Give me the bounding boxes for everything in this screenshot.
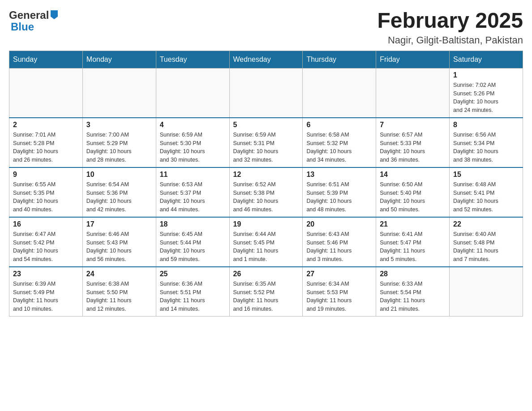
day-info: Sunrise: 6:46 AMSunset: 5:43 PMDaylight:… xyxy=(86,230,152,264)
calendar-week-row: 23Sunrise: 6:39 AMSunset: 5:49 PMDayligh… xyxy=(9,267,523,317)
table-row: 17Sunrise: 6:46 AMSunset: 5:43 PMDayligh… xyxy=(82,217,156,267)
logo-flag-icon xyxy=(50,10,59,20)
day-number: 12 xyxy=(233,171,299,179)
day-info: Sunrise: 6:58 AMSunset: 5:32 PMDaylight:… xyxy=(306,131,372,164)
day-info: Sunrise: 6:34 AMSunset: 5:53 PMDaylight:… xyxy=(306,280,372,313)
table-row: 14Sunrise: 6:50 AMSunset: 5:40 PMDayligh… xyxy=(376,167,450,217)
day-info: Sunrise: 6:41 AMSunset: 5:47 PMDaylight:… xyxy=(380,230,446,264)
svg-marker-0 xyxy=(51,10,58,19)
day-info: Sunrise: 6:48 AMSunset: 5:41 PMDaylight:… xyxy=(453,180,519,214)
day-number: 18 xyxy=(160,220,226,228)
day-info: Sunrise: 6:39 AMSunset: 5:49 PMDaylight:… xyxy=(13,280,79,313)
logo: General Blue xyxy=(9,9,59,33)
day-number: 26 xyxy=(233,270,299,278)
location-subtitle: Nagir, Gilgit-Baltistan, Pakistan xyxy=(377,34,523,46)
header-tuesday: Tuesday xyxy=(156,51,229,68)
table-row: 9Sunrise: 6:55 AMSunset: 5:35 PMDaylight… xyxy=(9,167,83,217)
table-row: 15Sunrise: 6:48 AMSunset: 5:41 PMDayligh… xyxy=(450,167,523,217)
day-number: 22 xyxy=(453,220,519,228)
table-row xyxy=(156,68,229,118)
day-number: 8 xyxy=(453,121,519,129)
day-info: Sunrise: 6:43 AMSunset: 5:46 PMDaylight:… xyxy=(306,230,372,264)
logo-text-general: General xyxy=(9,9,49,21)
day-info: Sunrise: 6:45 AMSunset: 5:44 PMDaylight:… xyxy=(160,230,226,264)
day-info: Sunrise: 6:44 AMSunset: 5:45 PMDaylight:… xyxy=(233,230,299,264)
day-number: 9 xyxy=(13,171,79,179)
day-info: Sunrise: 6:59 AMSunset: 5:30 PMDaylight:… xyxy=(160,131,226,164)
day-info: Sunrise: 7:02 AMSunset: 5:26 PMDaylight:… xyxy=(453,81,519,115)
table-row: 18Sunrise: 6:45 AMSunset: 5:44 PMDayligh… xyxy=(156,217,229,267)
logo-text-blue: Blue xyxy=(11,21,34,33)
day-number: 11 xyxy=(160,171,226,179)
table-row: 22Sunrise: 6:40 AMSunset: 5:48 PMDayligh… xyxy=(450,217,523,267)
day-number: 2 xyxy=(13,121,79,129)
table-row xyxy=(82,68,156,118)
day-info: Sunrise: 6:47 AMSunset: 5:42 PMDaylight:… xyxy=(13,230,79,264)
table-row: 4Sunrise: 6:59 AMSunset: 5:30 PMDaylight… xyxy=(156,118,229,167)
calendar-week-row: 2Sunrise: 7:01 AMSunset: 5:28 PMDaylight… xyxy=(9,118,523,167)
table-row: 7Sunrise: 6:57 AMSunset: 5:33 PMDaylight… xyxy=(376,118,450,167)
day-number: 23 xyxy=(13,270,79,278)
table-row: 25Sunrise: 6:36 AMSunset: 5:51 PMDayligh… xyxy=(156,267,229,317)
calendar-week-row: 9Sunrise: 6:55 AMSunset: 5:35 PMDaylight… xyxy=(9,167,523,217)
header-monday: Monday xyxy=(82,51,156,68)
day-info: Sunrise: 6:36 AMSunset: 5:51 PMDaylight:… xyxy=(160,280,226,313)
day-number: 15 xyxy=(453,171,519,179)
day-number: 5 xyxy=(233,121,299,129)
day-number: 17 xyxy=(86,220,152,228)
calendar-week-row: 1Sunrise: 7:02 AMSunset: 5:26 PMDaylight… xyxy=(9,68,523,118)
table-row xyxy=(450,267,523,317)
table-row: 6Sunrise: 6:58 AMSunset: 5:32 PMDaylight… xyxy=(303,118,376,167)
day-info: Sunrise: 7:00 AMSunset: 5:29 PMDaylight:… xyxy=(86,131,152,164)
header-thursday: Thursday xyxy=(303,51,376,68)
day-number: 7 xyxy=(380,121,446,129)
calendar-table: Sunday Monday Tuesday Wednesday Thursday… xyxy=(9,51,523,317)
month-year-title: February 2025 xyxy=(377,9,523,33)
table-row: 21Sunrise: 6:41 AMSunset: 5:47 PMDayligh… xyxy=(376,217,450,267)
table-row: 16Sunrise: 6:47 AMSunset: 5:42 PMDayligh… xyxy=(9,217,83,267)
day-number: 6 xyxy=(306,121,372,129)
day-number: 19 xyxy=(233,220,299,228)
day-info: Sunrise: 6:52 AMSunset: 5:38 PMDaylight:… xyxy=(233,180,299,214)
day-number: 10 xyxy=(86,171,152,179)
day-info: Sunrise: 6:59 AMSunset: 5:31 PMDaylight:… xyxy=(233,131,299,164)
calendar-week-row: 16Sunrise: 6:47 AMSunset: 5:42 PMDayligh… xyxy=(9,217,523,267)
table-row: 3Sunrise: 7:00 AMSunset: 5:29 PMDaylight… xyxy=(82,118,156,167)
table-row: 28Sunrise: 6:33 AMSunset: 5:54 PMDayligh… xyxy=(376,267,450,317)
table-row: 2Sunrise: 7:01 AMSunset: 5:28 PMDaylight… xyxy=(9,118,83,167)
weekday-header-row: Sunday Monday Tuesday Wednesday Thursday… xyxy=(9,51,523,68)
header-saturday: Saturday xyxy=(450,51,523,68)
table-row: 26Sunrise: 6:35 AMSunset: 5:52 PMDayligh… xyxy=(229,267,303,317)
table-row: 23Sunrise: 6:39 AMSunset: 5:49 PMDayligh… xyxy=(9,267,83,317)
table-row: 27Sunrise: 6:34 AMSunset: 5:53 PMDayligh… xyxy=(303,267,376,317)
day-number: 27 xyxy=(306,270,372,278)
table-row: 24Sunrise: 6:38 AMSunset: 5:50 PMDayligh… xyxy=(82,267,156,317)
table-row xyxy=(303,68,376,118)
day-number: 24 xyxy=(86,270,152,278)
table-row xyxy=(229,68,303,118)
day-info: Sunrise: 6:53 AMSunset: 5:37 PMDaylight:… xyxy=(160,180,226,214)
table-row: 19Sunrise: 6:44 AMSunset: 5:45 PMDayligh… xyxy=(229,217,303,267)
day-info: Sunrise: 6:51 AMSunset: 5:39 PMDaylight:… xyxy=(306,180,372,214)
header-wednesday: Wednesday xyxy=(229,51,303,68)
day-info: Sunrise: 6:40 AMSunset: 5:48 PMDaylight:… xyxy=(453,230,519,264)
page-header: General Blue February 2025 Nagir, Gilgit… xyxy=(9,9,523,46)
day-info: Sunrise: 6:38 AMSunset: 5:50 PMDaylight:… xyxy=(86,280,152,313)
day-number: 3 xyxy=(86,121,152,129)
day-number: 13 xyxy=(306,171,372,179)
day-info: Sunrise: 6:35 AMSunset: 5:52 PMDaylight:… xyxy=(233,280,299,313)
table-row: 11Sunrise: 6:53 AMSunset: 5:37 PMDayligh… xyxy=(156,167,229,217)
table-row: 13Sunrise: 6:51 AMSunset: 5:39 PMDayligh… xyxy=(303,167,376,217)
day-info: Sunrise: 6:33 AMSunset: 5:54 PMDaylight:… xyxy=(380,280,446,313)
day-number: 1 xyxy=(453,71,519,79)
header-sunday: Sunday xyxy=(9,51,83,68)
table-row: 1Sunrise: 7:02 AMSunset: 5:26 PMDaylight… xyxy=(450,68,523,118)
day-number: 21 xyxy=(380,220,446,228)
day-info: Sunrise: 6:55 AMSunset: 5:35 PMDaylight:… xyxy=(13,180,79,214)
day-number: 16 xyxy=(13,220,79,228)
title-block: February 2025 Nagir, Gilgit-Baltistan, P… xyxy=(377,9,523,46)
day-info: Sunrise: 6:54 AMSunset: 5:36 PMDaylight:… xyxy=(86,180,152,214)
day-info: Sunrise: 6:57 AMSunset: 5:33 PMDaylight:… xyxy=(380,131,446,164)
day-number: 20 xyxy=(306,220,372,228)
day-number: 4 xyxy=(160,121,226,129)
